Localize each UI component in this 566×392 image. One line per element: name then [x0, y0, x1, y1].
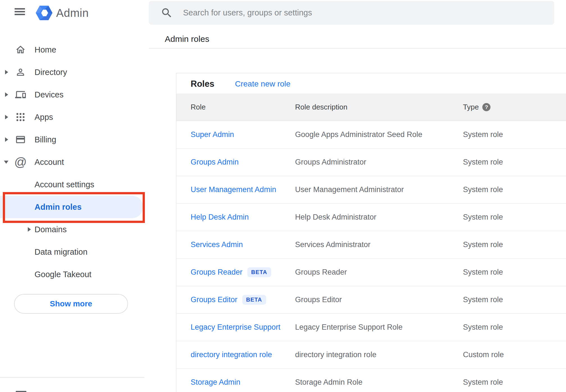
sidebar-bottom-divider — [0, 377, 144, 378]
role-description: Groups Editor — [295, 286, 342, 313]
role-description: Services Administrator — [295, 231, 371, 258]
table-row: Groups EditorBETAGroups EditorSystem rol… — [176, 286, 566, 314]
role-link[interactable]: directory integration role — [191, 350, 272, 359]
table-row: Services AdminServices AdministratorSyst… — [176, 231, 566, 259]
role-cell: Groups EditorBETA — [191, 286, 266, 313]
sidebar-item-account-settings[interactable]: Account settings — [0, 173, 144, 196]
role-type: System role — [463, 314, 503, 341]
role-type: System role — [463, 204, 503, 231]
search-input[interactable] — [182, 8, 554, 18]
sidebar-item-label: Apps — [35, 113, 53, 122]
role-link[interactable]: Groups Reader — [191, 268, 243, 277]
chevron-right-icon[interactable] — [5, 137, 8, 142]
role-cell: Groups Admin — [191, 149, 239, 176]
sidebar-item-google-takeout[interactable]: Google Takeout — [0, 263, 144, 286]
column-header-role: Role — [191, 94, 206, 121]
roles-card: Roles Create new role Role Role descript… — [176, 73, 566, 392]
table-row: User Management AdminUser Management Adm… — [176, 176, 566, 204]
role-link[interactable]: User Management Admin — [191, 185, 276, 194]
sidebar-item-label: Billing — [35, 135, 56, 144]
admin-logo-icon — [35, 4, 53, 22]
help-icon[interactable]: ? — [482, 103, 490, 111]
chevron-right-icon[interactable] — [5, 70, 8, 74]
roles-card-header: Roles Create new role — [176, 73, 566, 94]
table-row: Legacy Enterprise SupportLegacy Enterpri… — [176, 314, 566, 341]
role-cell: Super Admin — [191, 121, 234, 148]
role-link[interactable]: Legacy Enterprise Support — [191, 323, 280, 332]
show-more-button[interactable]: Show more — [14, 294, 128, 314]
role-link[interactable]: Groups Editor — [191, 295, 238, 304]
column-header-role-description: Role description — [295, 94, 347, 121]
chevron-down-icon[interactable] — [4, 161, 8, 164]
table-row: Storage AdminStorage Admin RoleSystem ro… — [176, 369, 566, 392]
search-icon — [161, 7, 173, 19]
breadcrumb: Admin roles — [165, 34, 209, 44]
apps-grid-icon — [15, 111, 26, 123]
role-cell: Help Desk Admin — [191, 204, 249, 231]
table-row: Super AdminGoogle Apps Administrator See… — [176, 121, 566, 149]
sidebar-item-label: Directory — [35, 68, 67, 77]
person-icon — [15, 67, 26, 78]
home-icon — [15, 44, 26, 55]
role-type: Custom role — [463, 341, 504, 368]
sidebar-item-data-migration[interactable]: Data migration — [0, 241, 144, 263]
create-new-role-link[interactable]: Create new role — [235, 79, 291, 88]
sidebar-item-domains[interactable]: Domains — [0, 218, 144, 241]
role-link[interactable]: Storage Admin — [191, 378, 240, 387]
role-type: System role — [463, 259, 503, 286]
role-type: System role — [463, 149, 503, 176]
sidebar-item-admin-roles[interactable]: Admin roles — [0, 196, 143, 218]
roles-table-header: Role Role description Type ? — [176, 94, 566, 121]
role-link[interactable]: Services Admin — [191, 240, 243, 249]
sidebar-item-account[interactable]: @Account — [0, 151, 144, 173]
sidebar-nav: HomeDirectoryDevicesAppsBilling@AccountA… — [0, 38, 144, 286]
role-type: System role — [463, 231, 503, 258]
app-title: Admin — [56, 7, 89, 19]
sidebar-item-label: Devices — [35, 90, 63, 99]
chevron-right-icon[interactable] — [5, 115, 8, 119]
role-description: Help Desk Administrator — [295, 204, 376, 231]
table-row: Help Desk AdminHelp Desk AdministratorSy… — [176, 204, 566, 231]
role-description: Storage Admin Role — [295, 369, 362, 392]
credit-card-icon — [15, 134, 26, 145]
table-row: Groups AdminGroups AdministratorSystem r… — [176, 149, 566, 176]
sidebar-item-directory[interactable]: Directory — [0, 61, 144, 83]
role-description: Groups Administrator — [295, 149, 366, 176]
sidebar-item-label: Data migration — [35, 247, 88, 257]
role-type: System role — [463, 369, 503, 392]
role-description: User Management Administrator — [295, 176, 404, 203]
role-description: Google Apps Administrator Seed Role — [295, 121, 422, 148]
sidebar-item-label: Account settings — [35, 180, 94, 189]
sidebar-item-label: Admin roles — [35, 202, 82, 212]
table-row: Groups ReaderBETAGroups ReaderSystem rol… — [176, 259, 566, 286]
sidebar-item-label: Home — [35, 45, 56, 54]
column-header-type-label: Type — [463, 103, 479, 111]
chevron-right-icon[interactable] — [28, 227, 31, 232]
role-link[interactable]: Help Desk Admin — [191, 213, 249, 222]
search-bar[interactable] — [149, 1, 554, 25]
hamburger-menu-icon[interactable] — [15, 8, 25, 15]
devices-icon — [15, 89, 26, 100]
role-cell: Legacy Enterprise Support — [191, 314, 280, 341]
role-type: System role — [463, 176, 503, 203]
role-cell: Groups ReaderBETA — [191, 259, 271, 286]
sidebar-item-devices[interactable]: Devices — [0, 83, 144, 106]
breadcrumb-divider — [149, 48, 566, 49]
roles-table-body: Super AdminGoogle Apps Administrator See… — [176, 121, 566, 392]
role-description: Legacy Enterprise Support Role — [295, 314, 403, 341]
role-cell: directory integration role — [191, 341, 272, 368]
chevron-right-icon[interactable] — [5, 92, 8, 97]
at-sign-icon: @ — [15, 156, 26, 168]
sidebar-item-label: Domains — [35, 225, 67, 234]
role-link[interactable]: Super Admin — [191, 130, 234, 139]
sidebar-item-home[interactable]: Home — [0, 38, 144, 61]
role-cell: User Management Admin — [191, 176, 276, 203]
sidebar-item-label: Account — [35, 158, 64, 167]
role-cell: Storage Admin — [191, 369, 240, 392]
sidebar-item-billing[interactable]: Billing — [0, 128, 144, 151]
sidebar-item-apps[interactable]: Apps — [0, 106, 144, 128]
beta-badge: BETA — [247, 267, 271, 277]
roles-title: Roles — [191, 79, 214, 89]
role-link[interactable]: Groups Admin — [191, 158, 239, 167]
role-description: Groups Reader — [295, 259, 347, 286]
